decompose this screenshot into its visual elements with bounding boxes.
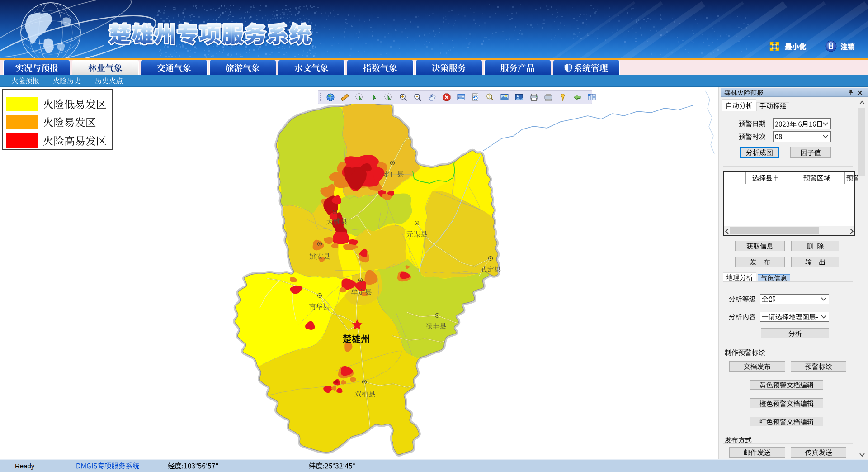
- svg-text:?: ?: [488, 94, 490, 99]
